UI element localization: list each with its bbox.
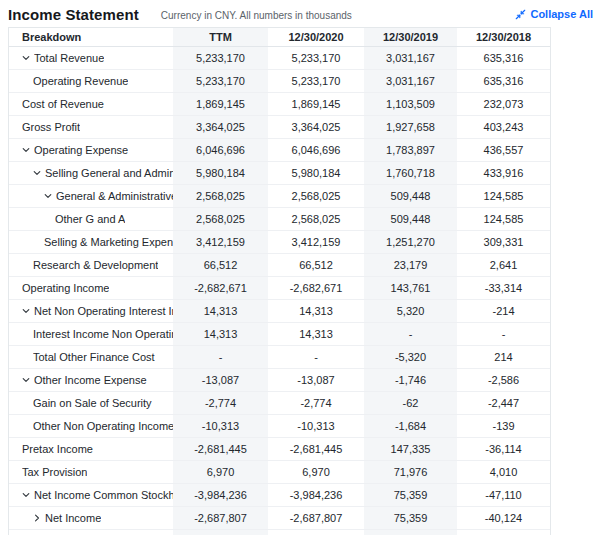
row-label: Gain on Sale of Security bbox=[33, 397, 152, 409]
cell-2018: 4,010 bbox=[457, 461, 550, 483]
cell-ttm: 6,046,696 bbox=[173, 139, 268, 161]
chevron-right-icon[interactable] bbox=[33, 514, 41, 522]
cell-2020: -2,682,671 bbox=[268, 277, 364, 299]
cell-ttm: 66,512 bbox=[173, 254, 268, 276]
currency-note: Currency in CNY. All numbers in thousand… bbox=[161, 10, 352, 21]
row-label-cell[interactable]: General & Administrative E... bbox=[9, 185, 173, 207]
row-label-cell[interactable]: Operating Expense bbox=[9, 139, 173, 161]
table-row bbox=[9, 530, 550, 535]
table-row: Cost of Revenue 1,869,145 1,869,145 1,10… bbox=[9, 93, 550, 116]
cell-ttm: 5,980,184 bbox=[173, 162, 268, 184]
row-label-cell[interactable]: Net Income Common Stockhold... bbox=[9, 484, 173, 506]
chevron-down-icon[interactable] bbox=[22, 491, 30, 499]
cell-ttm: 5,233,170 bbox=[173, 70, 268, 92]
cell-2018: 2,641 bbox=[457, 254, 550, 276]
cell-2018: 232,073 bbox=[457, 93, 550, 115]
table-row: Net Non Operating Interest Inc... 14,313… bbox=[9, 300, 550, 323]
chevron-down-icon[interactable] bbox=[33, 169, 41, 177]
row-label-cell[interactable]: Operating Revenue bbox=[9, 70, 173, 92]
row-label-cell[interactable]: Other Income Expense bbox=[9, 369, 173, 391]
row-label-cell[interactable]: Selling & Marketing Expense bbox=[9, 231, 173, 253]
cell-2020: 5,233,170 bbox=[268, 47, 364, 69]
chevron-down-icon[interactable] bbox=[22, 376, 30, 384]
row-label-cell[interactable]: Selling General and Administr... bbox=[9, 162, 173, 184]
chevron-down-icon[interactable] bbox=[44, 192, 52, 200]
collapse-all-button[interactable]: Collapse All bbox=[515, 8, 593, 20]
cell-ttm: 1,869,145 bbox=[173, 93, 268, 115]
row-label: Other Non Operating Income Ex... bbox=[33, 420, 173, 432]
row-label: Selling & Marketing Expense bbox=[44, 236, 173, 248]
row-label-cell[interactable]: Tax Provision bbox=[9, 461, 173, 483]
cell-2020: 3,364,025 bbox=[268, 116, 364, 138]
row-label-cell[interactable]: Pretax Income bbox=[9, 438, 173, 460]
cell-ttm bbox=[173, 530, 268, 535]
cell-2018: 214 bbox=[457, 346, 550, 368]
row-label-cell[interactable]: Gain on Sale of Security bbox=[9, 392, 173, 414]
row-label: Net Income bbox=[45, 512, 101, 524]
table-header-row: Breakdown TTM 12/30/2020 12/30/2019 12/3… bbox=[9, 28, 550, 47]
row-label: Net Non Operating Interest Inc... bbox=[34, 305, 173, 317]
column-header-2018: 12/30/2018 bbox=[457, 28, 550, 46]
cell-ttm: -2,681,445 bbox=[173, 438, 268, 460]
column-header-ttm: TTM bbox=[173, 28, 268, 46]
cell-2020: 3,412,159 bbox=[268, 231, 364, 253]
table-row: Pretax Income -2,681,445 -2,681,445 147,… bbox=[9, 438, 550, 461]
row-label-cell[interactable]: Research & Development bbox=[9, 254, 173, 276]
row-label: General & Administrative E... bbox=[56, 190, 173, 202]
chevron-down-icon[interactable] bbox=[22, 54, 30, 62]
row-label-cell[interactable]: Net Income bbox=[9, 507, 173, 529]
table-row: Other Non Operating Income Ex... -10,313… bbox=[9, 415, 550, 438]
table-row: Gross Profit 3,364,025 3,364,025 1,927,6… bbox=[9, 116, 550, 139]
income-statement-page: Income Statement Currency in CNY. All nu… bbox=[0, 0, 600, 535]
row-label: Other G and A bbox=[55, 213, 125, 225]
cell-2020: - bbox=[268, 346, 364, 368]
cell-2018: 635,316 bbox=[457, 70, 550, 92]
cell-2020: 66,512 bbox=[268, 254, 364, 276]
table-row: Operating Income -2,682,671 -2,682,671 1… bbox=[9, 277, 550, 300]
table-row: Total Revenue 5,233,170 5,233,170 3,031,… bbox=[9, 47, 550, 70]
row-label-cell[interactable]: Other Non Operating Income Ex... bbox=[9, 415, 173, 437]
cell-ttm: -2,774 bbox=[173, 392, 268, 414]
column-header-2019: 12/30/2019 bbox=[364, 28, 457, 46]
cell-ttm: 5,233,170 bbox=[173, 47, 268, 69]
cell-2020: 6,970 bbox=[268, 461, 364, 483]
cell-ttm: -2,687,807 bbox=[173, 507, 268, 529]
cell-2019: 75,359 bbox=[364, 507, 457, 529]
table-row: General & Administrative E... 2,568,025 … bbox=[9, 185, 550, 208]
cell-ttm: 3,412,159 bbox=[173, 231, 268, 253]
cell-2019: 23,179 bbox=[364, 254, 457, 276]
row-label-cell[interactable]: Operating Income bbox=[9, 277, 173, 299]
table-row: Operating Revenue 5,233,170 5,233,170 3,… bbox=[9, 70, 550, 93]
cell-2019: -1,746 bbox=[364, 369, 457, 391]
column-header-breakdown: Breakdown bbox=[9, 28, 173, 46]
cell-2019: 1,760,718 bbox=[364, 162, 457, 184]
row-label-cell[interactable]: Total Revenue bbox=[9, 47, 173, 69]
row-label-cell[interactable]: Cost of Revenue bbox=[9, 93, 173, 115]
table-row: Net Income Common Stockhold... -3,984,23… bbox=[9, 484, 550, 507]
row-label-cell[interactable]: Total Other Finance Cost bbox=[9, 346, 173, 368]
row-label: Net Income Common Stockhold... bbox=[34, 489, 173, 501]
chevron-down-icon[interactable] bbox=[22, 307, 30, 315]
row-label: Gross Profit bbox=[22, 121, 80, 133]
chevron-down-icon[interactable] bbox=[22, 146, 30, 154]
cell-2018: -214 bbox=[457, 300, 550, 322]
cell-ttm: -13,087 bbox=[173, 369, 268, 391]
cell-2018: - bbox=[457, 323, 550, 345]
row-label: Research & Development bbox=[33, 259, 158, 271]
cell-2018: -40,124 bbox=[457, 507, 550, 529]
row-label-cell[interactable]: Other G and A bbox=[9, 208, 173, 230]
row-label-cell[interactable]: Interest Income Non Operating bbox=[9, 323, 173, 345]
table-row: Selling & Marketing Expense 3,412,159 3,… bbox=[9, 231, 550, 254]
cell-2019: 509,448 bbox=[364, 208, 457, 230]
cell-2018: -2,447 bbox=[457, 392, 550, 414]
row-label-cell[interactable]: Gross Profit bbox=[9, 116, 173, 138]
cell-2020: 2,568,025 bbox=[268, 208, 364, 230]
table-row: Other G and A 2,568,025 2,568,025 509,44… bbox=[9, 208, 550, 231]
row-label-cell[interactable] bbox=[9, 530, 173, 535]
row-label-cell[interactable]: Net Non Operating Interest Inc... bbox=[9, 300, 173, 322]
row-label: Operating Income bbox=[22, 282, 109, 294]
row-label: Selling General and Administr... bbox=[45, 167, 173, 179]
cell-2018: 635,316 bbox=[457, 47, 550, 69]
cell-2018: 403,243 bbox=[457, 116, 550, 138]
table-row: Research & Development 66,512 66,512 23,… bbox=[9, 254, 550, 277]
